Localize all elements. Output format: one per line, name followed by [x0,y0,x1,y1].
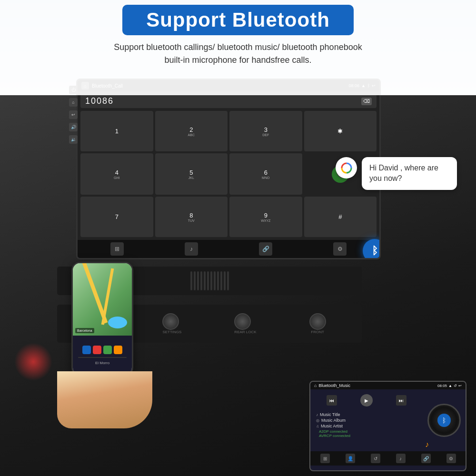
title-badge: Support Bluetooth [122,5,354,35]
gear-icon[interactable]: ⚙ [333,242,347,256]
phone-app-icon [103,346,112,354]
vent-slot [220,271,222,290]
album-row: ◎ Music Album [316,418,417,423]
assistant-bubble: Hi David , where are you now? [336,157,457,190]
music-user-icon[interactable]: 👤 [346,454,355,463]
note-icon: ♪ [316,413,318,417]
music-note-icon[interactable]: ♪ [396,454,406,463]
music-left: ⏮ ▶ ⏭ ♪ Music Title ◎ Music Album ♫ Musi… [310,389,423,451]
artist-icon: ♫ [316,424,319,428]
phone-app-icon [114,346,122,354]
subtitle: Support bluetooth callings/ bluetooth mu… [114,41,362,67]
bt-vinyl-icon: ᛒ [442,416,446,424]
vent-slot [210,271,212,290]
subtitle-line2: built-in microphone for handsfree calls. [164,55,311,65]
vent-slot [197,271,199,290]
back-icon[interactable]: ↩ [69,110,78,119]
map-label: Barcelona [75,328,94,333]
main-title: Support Bluetooth [146,9,330,31]
music-card: ⌂ Bluetooth_Music 08:05 ▲ ↺ ↩ ⏮ ▶ ⏭ ♪ Mu… [309,381,466,471]
rear-lock-label: REAR LOCK [234,330,256,334]
vinyl-record: ᛒ [427,404,461,437]
dial-key-9[interactable]: 9WXYZ [229,197,302,237]
dial-key-star[interactable]: ✱ [304,111,377,151]
music-back: ↩ [458,384,462,388]
vinyl-center: ᛒ [437,414,451,427]
dial-key-7[interactable]: 7 [80,197,153,237]
dial-key-2[interactable]: 2ABC [155,111,228,151]
artist-row: ♫ Music Artist [316,424,417,428]
bluetooth-icon: ᛒ [372,245,378,257]
ambient-light [14,343,52,381]
vent-slot [200,271,202,290]
assistant-text: Hi David , where are you now? [369,164,438,182]
music-icon[interactable]: ♪ [185,242,198,256]
dial-key-6[interactable]: 6MNO [229,153,302,195]
music-status-right: 08:05 ▲ ↺ ↩ [437,384,462,388]
dial-number-row: 10086 ⌫ [80,94,377,108]
vent-slot [190,271,192,290]
settings-label: SETTINGS [162,330,181,334]
phone-app-area: El Morro [73,336,132,375]
backspace-button[interactable]: ⌫ [361,98,372,105]
dialpad-grid: 1 2ABC 3DEF ✱ 4GHI 5JKL 6MNO [80,111,377,237]
music-phone-icon[interactable]: ↺ [371,454,380,463]
speech-bubble: Hi David , where are you now? [362,157,457,190]
dial-number: 10086 [85,96,114,106]
vent-slot [217,271,219,290]
music-status-bar: ⌂ Bluetooth_Music 08:05 ▲ ↺ ↩ [310,382,466,389]
rear-lock-knob[interactable] [234,313,251,330]
front-knob[interactable] [309,313,326,330]
music-link-icon[interactable]: 🔗 [421,454,431,463]
volume-down-icon[interactable]: 🔉 [69,135,78,144]
prev-button[interactable]: ⏮ [327,395,337,406]
play-button[interactable]: ▶ [360,394,373,407]
dial-key-5[interactable]: 5JKL [155,153,228,195]
track-title: Music Title [320,412,340,417]
music-settings-icon[interactable]: ⚙ [446,454,456,463]
svg-point-1 [344,166,349,170]
phone-map: Barcelona [73,263,132,336]
music-content: ⏮ ▶ ⏭ ♪ Music Title ◎ Music Album ♫ Musi… [310,389,466,451]
music-home-icon: ⌂ [314,383,317,388]
music-controls: ⏮ ▶ ⏭ [313,392,420,408]
music-screen-title: Bluetooth_Music [318,383,350,388]
dial-key-3[interactable]: 3DEF [229,111,302,151]
top-section: Support Bluetooth Support bluetooth call… [0,0,476,95]
music-bottom-bar: ⊞ 👤 ↺ ♪ 🔗 ⚙ [310,451,466,466]
front-label: FRONT [309,330,326,334]
phone-info: El Morro [75,361,129,365]
hand [57,371,152,428]
phone-app-row [75,346,129,354]
vent-slot [207,271,209,290]
vent-slot [204,271,206,290]
next-button[interactable]: ⏭ [396,395,407,406]
music-bt: ↺ [454,384,457,388]
subtitle-line1: Support bluetooth callings/ bluetooth mu… [114,42,362,52]
link-icon[interactable]: 🔗 [259,242,272,256]
avrcp-status: AVRCP connected [319,434,417,438]
music-status-left: ⌂ Bluetooth_Music [314,383,350,388]
phone-app-icon [93,346,101,354]
phone-device: Barcelona El Morro [71,262,133,376]
dial-key-1[interactable]: 1 [80,111,153,151]
album-icon: ◎ [316,418,319,423]
phone-progress [78,357,127,358]
track-row: ♪ Music Title [316,412,417,417]
grid-icon[interactable]: ⊞ [110,242,124,256]
a2dp-status: A2DP connected [319,429,417,434]
vent-slot [214,271,216,290]
map-road-2 [101,268,114,325]
phone-app-icon [82,346,91,354]
music-right: ᛒ ♪ [423,389,466,451]
phone-in-hand: Barcelona El Morro [57,262,152,428]
dial-key-hash[interactable]: # [304,197,377,237]
home-icon[interactable]: ⌂ [69,98,78,107]
dial-key-8[interactable]: 8TUV [155,197,228,237]
volume-icon[interactable]: 🔊 [69,123,78,131]
music-note-deco: ♪ [425,440,429,449]
settings-knob[interactable] [162,313,179,330]
music-grid-icon[interactable]: ⊞ [320,454,330,463]
dial-key-4[interactable]: 4GHI [80,153,153,195]
bottom-toolbar: ⊞ ♪ 🔗 ⚙ [78,240,379,258]
